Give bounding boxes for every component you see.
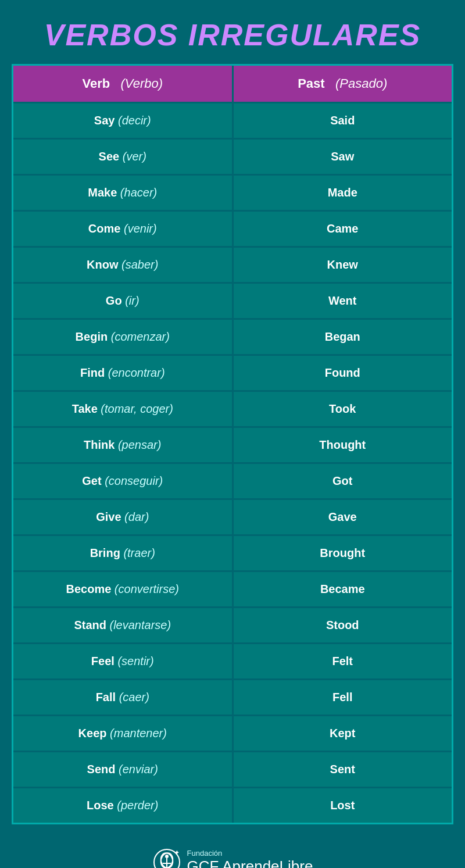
verb-cell-14: Stand (levantarse) bbox=[13, 608, 232, 642]
verb-translation: (sentir) bbox=[117, 655, 153, 667]
past-word: Became bbox=[320, 583, 365, 595]
verb-word: Make bbox=[88, 186, 117, 199]
table-row: Lose (perder)Lost bbox=[13, 788, 452, 823]
table-row: Fall (caer)Fell bbox=[13, 680, 452, 715]
past-word: Fell bbox=[332, 691, 352, 703]
table-row: Take (tomar, coger)Took bbox=[13, 392, 452, 426]
past-cell-0: Said bbox=[234, 103, 452, 138]
verb-word: Take bbox=[72, 402, 98, 415]
verb-translation: (ir) bbox=[125, 294, 139, 307]
past-word: Sent bbox=[330, 763, 355, 776]
table-row: Find (encontrar)Found bbox=[13, 356, 452, 390]
past-cell-9: Thought bbox=[234, 428, 452, 462]
footer-logo: ✦ Fundación GCF AprendeLibre bbox=[152, 848, 313, 868]
table-row: Come (venir)Came bbox=[13, 212, 452, 246]
verb-word: Keep bbox=[78, 727, 107, 740]
verb-cell-3: Come (venir) bbox=[13, 212, 232, 246]
table-row: Become (convertirse)Became bbox=[13, 572, 452, 606]
verb-translation: (pensar) bbox=[118, 438, 161, 451]
verb-cell-15: Feel (sentir) bbox=[13, 644, 232, 678]
verb-header-label: Verb bbox=[82, 76, 110, 91]
verb-translation: (venir) bbox=[124, 222, 157, 235]
verb-translation: (dar) bbox=[124, 510, 149, 523]
past-header: Past (Pasado) bbox=[234, 66, 452, 102]
verb-translation: (tomar, coger) bbox=[101, 402, 173, 415]
verb-translation: (ver) bbox=[123, 150, 146, 163]
past-cell-17: Kept bbox=[234, 716, 452, 751]
verb-cell-5: Go (ir) bbox=[13, 284, 232, 318]
svg-text:✦: ✦ bbox=[174, 849, 180, 856]
past-word: Got bbox=[332, 474, 352, 487]
verb-cell-8: Take (tomar, coger) bbox=[13, 392, 232, 426]
table-header: Verb (Verbo) Past (Pasado) bbox=[13, 66, 452, 102]
verb-word: See bbox=[99, 150, 120, 163]
past-cell-5: Went bbox=[234, 284, 452, 318]
footer-brand-normal: Libre bbox=[280, 858, 313, 868]
past-word: Stood bbox=[326, 619, 359, 631]
verb-translation: (conseguir) bbox=[105, 474, 163, 487]
verb-word: Go bbox=[106, 294, 122, 307]
verb-translation: (saber) bbox=[121, 258, 158, 271]
past-word: Lost bbox=[330, 799, 355, 812]
gcf-logo-icon: ✦ bbox=[152, 848, 181, 868]
verb-translation: (mantener) bbox=[110, 727, 167, 740]
verb-word: Lose bbox=[87, 799, 114, 812]
past-header-translation: (Pasado) bbox=[335, 76, 387, 91]
table-row: Send (enviar)Sent bbox=[13, 752, 452, 787]
verb-cell-19: Lose (perder) bbox=[13, 788, 232, 823]
table-row: Think (pensar)Thought bbox=[13, 428, 452, 462]
verb-translation: (caer) bbox=[119, 691, 149, 703]
verb-cell-6: Begin (comenzar) bbox=[13, 320, 232, 354]
past-cell-13: Became bbox=[234, 572, 452, 606]
footer-text-block: Fundación GCF AprendeLibre bbox=[187, 849, 313, 868]
verb-cell-18: Send (enviar) bbox=[13, 752, 232, 787]
verb-header: Verb (Verbo) bbox=[13, 66, 232, 102]
verb-word: Get bbox=[82, 474, 101, 487]
past-cell-19: Lost bbox=[234, 788, 452, 823]
past-word: Came bbox=[327, 222, 358, 235]
verb-word: Send bbox=[87, 763, 116, 776]
past-word: Saw bbox=[331, 150, 354, 163]
verb-cell-10: Get (conseguir) bbox=[13, 464, 232, 498]
past-cell-2: Made bbox=[234, 176, 452, 210]
table-row: Stand (levantarse)Stood bbox=[13, 608, 452, 642]
table-row: Go (ir)Went bbox=[13, 284, 452, 318]
verb-translation: (encontrar) bbox=[108, 366, 165, 379]
past-cell-1: Saw bbox=[234, 140, 452, 174]
verb-word: Begin bbox=[76, 330, 108, 343]
verb-cell-0: Say (decir) bbox=[13, 103, 232, 138]
past-word: Made bbox=[328, 186, 357, 199]
verb-translation: (traer) bbox=[123, 546, 155, 559]
verb-word: Feel bbox=[91, 655, 115, 667]
verb-cell-16: Fall (caer) bbox=[13, 680, 232, 715]
past-cell-8: Took bbox=[234, 392, 452, 426]
past-word: Gave bbox=[328, 510, 357, 523]
past-word: Felt bbox=[332, 655, 353, 667]
footer-brand-bold: GCF Aprende bbox=[187, 858, 280, 868]
table-row: Make (hacer)Made bbox=[13, 176, 452, 210]
table-row: Feel (sentir)Felt bbox=[13, 644, 452, 678]
table-row: See (ver)Saw bbox=[13, 140, 452, 174]
past-cell-10: Got bbox=[234, 464, 452, 498]
verb-translation: (hacer) bbox=[120, 186, 157, 199]
verb-cell-1: See (ver) bbox=[13, 140, 232, 174]
past-cell-14: Stood bbox=[234, 608, 452, 642]
verb-translation: (perder) bbox=[117, 799, 158, 812]
past-word: Went bbox=[328, 294, 357, 307]
past-cell-16: Fell bbox=[234, 680, 452, 715]
past-word: Said bbox=[330, 114, 355, 127]
past-cell-15: Felt bbox=[234, 644, 452, 678]
past-cell-11: Gave bbox=[234, 500, 452, 534]
verb-translation: (levantarse) bbox=[110, 619, 171, 631]
table-row: Know (saber)Knew bbox=[13, 248, 452, 282]
verb-table: Verb (Verbo) Past (Pasado) Say (decir)Sa… bbox=[12, 64, 453, 824]
footer-fundacion: Fundación bbox=[187, 849, 313, 858]
verb-cell-4: Know (saber) bbox=[13, 248, 232, 282]
verb-cell-2: Make (hacer) bbox=[13, 176, 232, 210]
table-row: Get (conseguir)Got bbox=[13, 464, 452, 498]
table-row: Say (decir)Said bbox=[13, 103, 452, 138]
verb-word: Come bbox=[88, 222, 121, 235]
footer: ✦ Fundación GCF AprendeLibre bbox=[141, 836, 325, 868]
verb-word: Become bbox=[66, 583, 111, 595]
past-cell-4: Knew bbox=[234, 248, 452, 282]
